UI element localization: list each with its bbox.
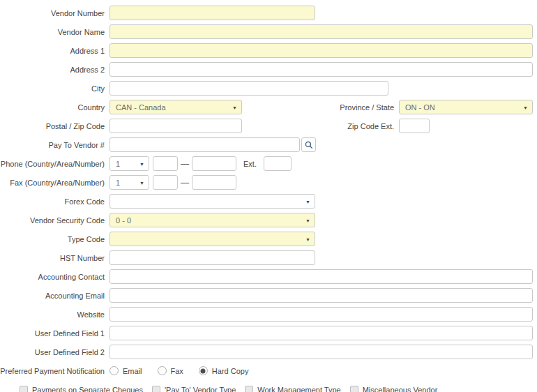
vendor-number-label: Vendor Number (0, 9, 105, 17)
row-accounting-contact: Accounting Contact (0, 269, 537, 284)
checkbox-pay-to-vendor-type[interactable]: 'Pay To' Vendor Type (152, 386, 236, 392)
row-fax: Fax (Country/Area/Number) 1 ▼ — (0, 175, 537, 190)
vendor-security-select[interactable]: 0 - 0 ▼ (109, 213, 315, 227)
checkbox-miscellaneous-vendor[interactable]: Miscellaneous Vendor (350, 386, 438, 392)
udf1-label: User Defined Field 1 (0, 329, 105, 338)
fax-dash: — (181, 178, 189, 188)
city-input[interactable] (109, 81, 388, 96)
checkbox-work-management-type-label: Work Management Type (257, 386, 340, 392)
row-postal-zipext: Postal / Zip Code Zip Code Ext. (0, 119, 537, 133)
row-website: Website (0, 307, 537, 322)
row-type-code: Type Code ▼ (0, 232, 537, 246)
fax-country-select[interactable]: 1 ▼ (109, 175, 149, 190)
row-pay-to-vendor: Pay To Vendor # (0, 137, 537, 152)
phone-dash: — (181, 159, 189, 169)
row-udf2: User Defined Field 2 (0, 345, 537, 359)
address1-input[interactable] (109, 43, 533, 58)
postal-label: Postal / Zip Code (0, 122, 105, 130)
province-select[interactable]: ON - ON ▼ (399, 100, 533, 114)
address2-input[interactable] (109, 62, 533, 77)
vendor-search-button[interactable] (301, 137, 316, 152)
chevron-down-icon: ▼ (139, 180, 144, 185)
forex-select[interactable]: ▼ (109, 194, 315, 209)
chevron-down-icon: ▼ (232, 105, 237, 110)
fax-area-input[interactable] (153, 175, 178, 190)
radio-fax-circle[interactable] (158, 366, 167, 375)
address2-label: Address 2 (0, 66, 105, 74)
radio-hard-copy-label: Hard Copy (212, 367, 249, 375)
row-preferred-payment: Preferred Payment Notification Email Fax… (0, 363, 537, 378)
vendor-name-label: Vendor Name (0, 28, 105, 36)
zip-ext-input[interactable] (399, 119, 430, 133)
phone-ext-label: Ext. (243, 160, 257, 168)
radio-hard-copy-circle[interactable] (199, 366, 208, 375)
chevron-down-icon: ▼ (305, 218, 310, 223)
forex-label: Forex Code (0, 197, 105, 206)
website-input[interactable] (109, 307, 533, 322)
chevron-down-icon: ▼ (305, 236, 310, 241)
row-phone: Phone (Country/Area/Number) 1 ▼ — Ext. (0, 156, 537, 171)
row-udf1: User Defined Field 1 (0, 326, 537, 340)
row-city: City (0, 81, 537, 96)
row-forex: Forex Code ▼ (0, 194, 537, 209)
website-label: Website (0, 310, 105, 319)
country-select-value: CAN - Canada (116, 103, 166, 112)
country-select[interactable]: CAN - Canada ▼ (109, 100, 242, 114)
row-vendor-security: Vendor Security Code 0 - 0 ▼ (0, 213, 537, 227)
fax-country-value: 1 (116, 179, 120, 187)
chevron-down-icon: ▼ (523, 105, 528, 110)
udf1-input[interactable] (109, 326, 533, 340)
postal-input[interactable] (109, 119, 242, 133)
fax-number-input[interactable] (192, 175, 236, 190)
phone-country-value: 1 (116, 160, 120, 168)
fax-label: Fax (Country/Area/Number) (0, 179, 105, 187)
radio-fax[interactable]: Fax (158, 366, 183, 375)
radio-email[interactable]: Email (109, 366, 142, 375)
vendor-number-input[interactable] (109, 6, 315, 20)
accounting-contact-label: Accounting Contact (0, 273, 105, 281)
accounting-email-input[interactable] (109, 288, 533, 303)
phone-country-select[interactable]: 1 ▼ (109, 156, 149, 171)
checkbox-miscellaneous-vendor-box[interactable] (350, 386, 358, 392)
row-vendor-number: Vendor Number (0, 6, 537, 20)
checkbox-pay-to-vendor-type-box[interactable] (152, 386, 160, 392)
city-label: City (0, 84, 105, 93)
address1-label: Address 1 (0, 47, 105, 55)
checkbox-work-management-type[interactable]: Work Management Type (245, 386, 340, 392)
hst-label: HST Number (0, 254, 105, 262)
row-vendor-flags: Payments on Separate Cheques 'Pay To' Ve… (0, 386, 537, 392)
phone-area-input[interactable] (153, 156, 178, 171)
vendor-security-value: 0 - 0 (116, 216, 131, 225)
udf2-input[interactable] (109, 345, 533, 359)
row-vendor-name: Vendor Name (0, 24, 537, 39)
radio-fax-label: Fax (171, 367, 183, 375)
type-code-select[interactable]: ▼ (109, 232, 315, 246)
phone-ext-input[interactable] (264, 156, 292, 171)
hst-input[interactable] (109, 250, 315, 265)
vendor-name-input[interactable] (109, 24, 533, 39)
radio-hard-copy[interactable]: Hard Copy (199, 366, 249, 375)
checkbox-work-management-type-box[interactable] (245, 386, 253, 392)
checkbox-miscellaneous-vendor-label: Miscellaneous Vendor (363, 386, 438, 392)
checkbox-payments-separate-cheques[interactable]: Payments on Separate Cheques (20, 386, 143, 392)
vendor-form: Vendor Number Vendor Name Address 1 Addr… (0, 0, 537, 392)
pay-to-vendor-input[interactable] (109, 137, 300, 152)
country-label: Country (0, 103, 105, 112)
radio-email-circle[interactable] (109, 366, 119, 375)
vendor-security-label: Vendor Security Code (0, 216, 105, 225)
zip-ext-label: Zip Code Ext. (242, 122, 394, 130)
row-hst: HST Number (0, 250, 537, 265)
radio-email-label: Email (123, 367, 142, 375)
preferred-payment-label: Preferred Payment Notification (0, 367, 105, 375)
udf2-label: User Defined Field 2 (0, 348, 105, 356)
pay-to-vendor-label: Pay To Vendor # (0, 141, 105, 149)
phone-label: Phone (Country/Area/Number) (0, 160, 105, 168)
row-accounting-email: Accounting Email (0, 288, 537, 303)
accounting-contact-input[interactable] (109, 269, 533, 284)
row-address2: Address 2 (0, 62, 537, 77)
checkbox-pay-to-vendor-type-label: 'Pay To' Vendor Type (165, 386, 236, 392)
phone-number-input[interactable] (192, 156, 236, 171)
checkbox-payments-separate-cheques-box[interactable] (20, 386, 28, 392)
search-icon (305, 141, 313, 149)
province-label: Province / State (242, 103, 394, 112)
